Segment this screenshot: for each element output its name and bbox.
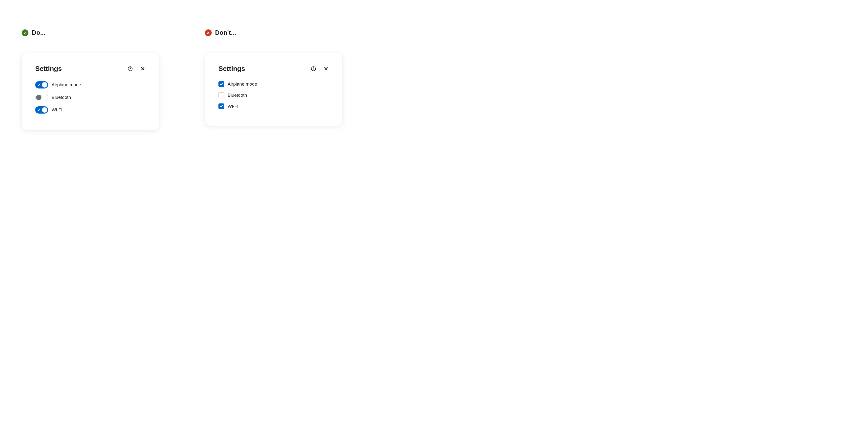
wifi-checkbox[interactable] — [218, 103, 224, 109]
examples-container: Do... Settings — [22, 29, 359, 130]
switch-thumb — [42, 107, 47, 113]
setting-row-wifi: Wi-Fi — [218, 103, 329, 109]
switch-thumb — [36, 95, 41, 100]
switch-thumb — [42, 82, 47, 88]
do-header: Do... — [22, 29, 176, 36]
do-title: Do... — [32, 29, 45, 36]
setting-label: Wi-Fi — [52, 107, 62, 113]
check-icon — [37, 83, 40, 87]
help-icon[interactable] — [311, 66, 316, 72]
dont-header: Don't... — [205, 29, 359, 36]
dont-title: Don't... — [215, 29, 236, 36]
card-actions — [127, 66, 146, 72]
settings-card-dont: Settings Airplane mode — [205, 53, 342, 126]
airplane-mode-switch[interactable] — [35, 81, 48, 89]
check-icon — [37, 108, 40, 112]
dont-example: Don't... Settings — [205, 29, 359, 130]
setting-row-bluetooth: Bluetooth — [218, 92, 329, 98]
settings-list: Airplane mode Bluetooth Wi-Fi — [35, 81, 146, 114]
card-header: Settings — [35, 65, 146, 72]
do-example: Do... Settings — [22, 29, 176, 130]
settings-list: Airplane mode Bluetooth Wi-Fi — [218, 81, 329, 109]
close-icon[interactable] — [323, 66, 329, 72]
settings-card-do: Settings — [22, 53, 159, 130]
setting-label: Bluetooth — [227, 93, 247, 98]
setting-label: Airplane mode — [52, 82, 81, 88]
wifi-switch[interactable] — [35, 106, 48, 114]
setting-label: Bluetooth — [52, 95, 71, 100]
card-header: Settings — [218, 65, 329, 72]
setting-label: Wi-Fi — [227, 104, 238, 109]
setting-label: Airplane mode — [227, 82, 257, 87]
airplane-mode-checkbox[interactable] — [218, 81, 224, 87]
help-icon[interactable] — [127, 66, 133, 72]
setting-row-airplane: Airplane mode — [35, 81, 146, 89]
card-title: Settings — [35, 65, 127, 72]
setting-row-wifi: Wi-Fi — [35, 106, 146, 114]
checkmark-circle-icon — [22, 29, 28, 36]
svg-point-3 — [313, 69, 314, 70]
setting-row-bluetooth: Bluetooth — [35, 94, 146, 101]
setting-row-airplane: Airplane mode — [218, 81, 329, 87]
x-circle-icon — [205, 29, 212, 36]
card-title: Settings — [218, 65, 311, 72]
card-actions — [311, 66, 329, 72]
svg-point-1 — [130, 69, 130, 70]
close-icon[interactable] — [140, 66, 146, 72]
bluetooth-switch[interactable] — [35, 94, 48, 101]
bluetooth-checkbox[interactable] — [218, 92, 224, 98]
